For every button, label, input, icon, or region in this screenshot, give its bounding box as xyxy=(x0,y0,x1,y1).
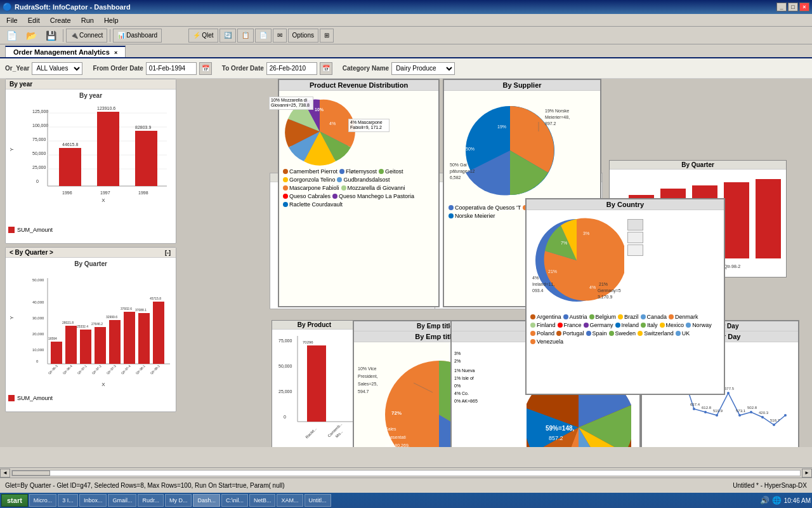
status-right: Untitled * - HyperSnap-DX xyxy=(733,482,807,489)
taskbar-inbox[interactable]: Inbox... xyxy=(79,494,107,507)
category-select[interactable]: Dairy Produce xyxy=(391,62,455,75)
title-controls[interactable]: _ □ × xyxy=(776,3,809,11)
by-quarter-panel: < By Quarter > [-] By Quarter 50,000 40,… xyxy=(5,247,176,412)
menu-run[interactable]: Run xyxy=(77,15,98,25)
by-country-stack xyxy=(627,219,643,256)
by-country-title: By Country xyxy=(527,199,724,210)
by-product-panel: By Product 75,000 50,000 25,000 0 70296 … xyxy=(272,320,357,447)
taskbar-myd[interactable]: My D... xyxy=(165,494,192,507)
taskbar-gmail[interactable]: Gmail... xyxy=(108,494,136,507)
grid-btn[interactable]: ⊞ xyxy=(320,29,334,43)
close-btn[interactable]: × xyxy=(799,3,809,11)
svg-text:677.5: 677.5 xyxy=(724,387,735,391)
taskbar-dash[interactable]: Dash... xyxy=(193,494,220,507)
svg-text:4%: 4% xyxy=(589,285,596,290)
from-date-input[interactable] xyxy=(146,62,197,75)
to-date-cal-btn[interactable]: 📅 xyxy=(320,62,332,75)
from-date-filter: From Order Date 📅 xyxy=(93,62,211,75)
by-country-panel: By Country 7% 3% 4% 21% 4% Ireland=11, 0… xyxy=(525,198,725,395)
legend-color-q xyxy=(8,395,15,401)
by-year-legend-label: SUM_Amount xyxy=(17,227,53,233)
by-region-labels: 3% 2% 1% Nueva 1% Isle of 0% 4% Co. 0% A… xyxy=(454,351,524,447)
svg-text:573.1: 573.1 xyxy=(736,409,746,413)
svg-text:Qtr-97-3: Qtr-97-3 xyxy=(106,364,117,375)
svg-text:21%: 21% xyxy=(599,282,608,286)
by-product-title: By Product xyxy=(272,321,357,330)
by-quarter-chart-title: By Quarter xyxy=(8,260,173,267)
pdf-btn[interactable]: 📄 xyxy=(255,29,272,43)
svg-text:Qtr-98-2: Qtr-98-2 xyxy=(150,364,161,375)
taskbar-rudr[interactable]: Rudr... xyxy=(138,494,164,507)
svg-rect-37 xyxy=(80,330,91,364)
minimize-btn[interactable]: [-] xyxy=(164,250,172,256)
by-quarter-legend-label: SUM_Amount xyxy=(17,395,53,401)
svg-text:594.7: 594.7 xyxy=(358,389,369,394)
or-year-select[interactable]: ALL Values xyxy=(32,62,82,75)
menu-help[interactable]: Help xyxy=(100,15,122,25)
svg-rect-35 xyxy=(65,326,77,364)
export-btn[interactable]: 📋 xyxy=(237,29,254,43)
svg-text:0: 0 xyxy=(36,179,39,184)
from-date-cal-btn[interactable]: 📅 xyxy=(199,62,212,75)
taskbar-3i[interactable]: 3 I... xyxy=(58,494,78,507)
taskbar-cnil[interactable]: C:\nil... xyxy=(221,494,248,507)
start-button[interactable]: start xyxy=(1,494,28,507)
svg-text:37932.6: 37932.6 xyxy=(121,307,132,311)
svg-rect-41 xyxy=(109,320,121,364)
minimize-btn[interactable]: _ xyxy=(776,3,787,11)
product-rev-title: Product Revenue Distribution xyxy=(279,80,438,91)
save-btn[interactable]: 💾 xyxy=(42,29,60,43)
svg-text:420.3: 420.3 xyxy=(759,411,769,415)
open-btn[interactable]: 📂 xyxy=(22,29,41,43)
svg-text:21%: 21% xyxy=(548,269,557,274)
taskbar-netb[interactable]: NetB... xyxy=(249,494,276,507)
svg-text:20,000: 20,000 xyxy=(32,332,44,336)
taskbar-xam[interactable]: XAM... xyxy=(277,494,303,507)
svg-text:50%: 50% xyxy=(466,147,475,151)
menu-edit[interactable]: Edit xyxy=(24,15,44,25)
svg-text:Y: Y xyxy=(9,316,15,319)
taskbar-untitl[interactable]: Untitl... xyxy=(304,494,331,507)
scroll-thumb[interactable] xyxy=(12,471,50,476)
by-year-chart-title: By year xyxy=(8,92,173,99)
svg-text:0: 0 xyxy=(36,359,39,363)
connect-btn[interactable]: 🔌Connect xyxy=(66,29,107,43)
email-btn[interactable]: ✉ xyxy=(273,29,287,43)
svg-text:19% Norske: 19% Norske xyxy=(545,109,569,113)
svg-text:4%: 4% xyxy=(329,121,336,126)
scroll-right-btn[interactable]: ► xyxy=(802,469,812,478)
svg-text:100,000: 100,000 xyxy=(32,123,48,128)
svg-text:40,000: 40,000 xyxy=(32,300,44,304)
tab-order-management[interactable]: Order Management Analytics × xyxy=(5,46,126,57)
menu-bar: File Edit Create Run Help xyxy=(0,14,812,27)
options-btn[interactable]: Options xyxy=(288,29,318,43)
new-btn[interactable]: 📄 xyxy=(3,29,21,43)
svg-rect-14 xyxy=(59,148,81,186)
by-year-svg: 125,000 100,000 75,000 50,000 25,000 0 Y xyxy=(8,100,170,224)
maximize-btn[interactable]: □ xyxy=(788,3,798,11)
refresh-btn[interactable]: 🔄 xyxy=(219,29,236,43)
svg-text:Sales=25,: Sales=25, xyxy=(358,382,377,386)
scroll-left-btn[interactable]: ◄ xyxy=(0,469,10,478)
svg-text:82803.9: 82803.9 xyxy=(135,125,151,130)
by-year-panel-title: By year xyxy=(10,81,32,88)
qlet-btn[interactable]: ⚡Qlet xyxy=(188,29,218,43)
by-quarter-svg: 50,000 40,000 30,000 20,000 10,000 0 Y 1… xyxy=(8,269,170,392)
svg-text:25,000: 25,000 xyxy=(32,165,46,170)
taskbar-microsoft[interactable]: Micro... xyxy=(29,494,57,507)
svg-point-124 xyxy=(693,408,695,410)
dashboard-btn[interactable]: 📊Dashboard xyxy=(113,29,162,43)
svg-text:Qtr-98-2: Qtr-98-2 xyxy=(724,264,740,269)
category-filter: Category Name Dairy Produce xyxy=(343,62,455,75)
svg-text:1996: 1996 xyxy=(62,190,72,195)
menu-file[interactable]: File xyxy=(3,15,22,25)
pie-label-mascarpone: 4% Mascarpone Fabioli=9, 171.2 xyxy=(348,119,390,132)
svg-rect-20 xyxy=(135,131,157,186)
svg-text:093.4: 093.4 xyxy=(532,288,544,293)
from-date-label: From Order Date xyxy=(93,65,143,72)
svg-text:75,000: 75,000 xyxy=(278,338,292,343)
menu-create[interactable]: Create xyxy=(46,15,75,25)
to-date-input[interactable] xyxy=(266,62,317,75)
h-scrollbar[interactable]: ◄ ► xyxy=(0,467,812,478)
taskbar-right: 🔊 🌐 10:46 AM xyxy=(760,496,811,505)
